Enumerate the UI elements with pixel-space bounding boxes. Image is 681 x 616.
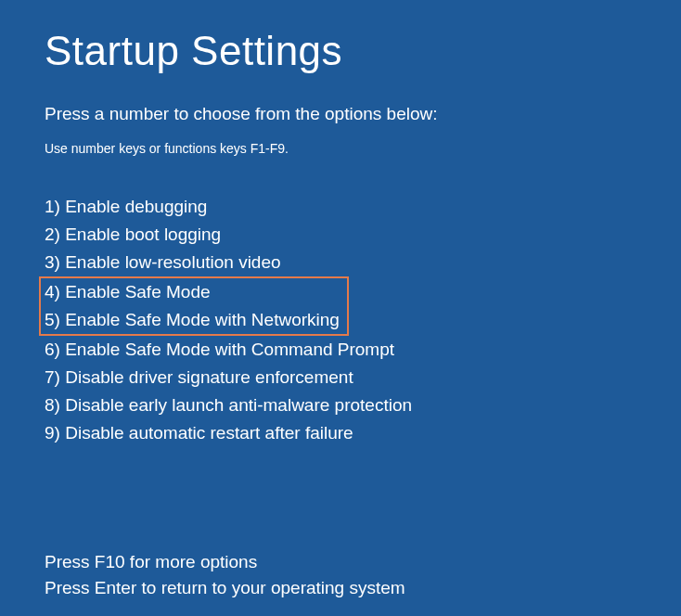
option-label: 5) Enable Safe Mode with Networking (45, 310, 340, 329)
option-6[interactable]: 6) Enable Safe Mode with Command Prompt (45, 336, 636, 364)
highlight-annotation: 4) Enable Safe Mode 5) Enable Safe Mode … (39, 276, 349, 336)
option-label: 2) Enable boot logging (45, 225, 221, 244)
option-label: 4) Enable Safe Mode (45, 282, 211, 302)
option-label: 3) Enable low-resolution video (45, 252, 281, 272)
options-list: 1) Enable debugging 2) Enable boot loggi… (45, 193, 636, 447)
option-1[interactable]: 1) Enable debugging (45, 193, 636, 221)
footer-more-options: Press F10 for more options (45, 549, 636, 575)
option-7[interactable]: 7) Disable driver signature enforcement (45, 364, 636, 391)
option-4[interactable]: 4) Enable Safe Mode (45, 278, 340, 306)
option-label: 8) Disable early launch anti-malware pro… (45, 395, 412, 415)
option-3[interactable]: 3) Enable low-resolution video (45, 249, 636, 276)
option-label: 7) Disable driver signature enforcement (45, 367, 353, 387)
page-title: Startup Settings (45, 28, 636, 74)
instruction-text: Press a number to choose from the option… (45, 104, 636, 124)
option-label: 6) Enable Safe Mode with Command Prompt (45, 340, 394, 359)
option-2[interactable]: 2) Enable boot logging (45, 221, 636, 249)
option-9[interactable]: 9) Disable automatic restart after failu… (45, 419, 636, 447)
option-8[interactable]: 8) Disable early launch anti-malware pro… (45, 391, 636, 419)
option-5[interactable]: 5) Enable Safe Mode with Networking (45, 306, 340, 334)
option-label: 1) Enable debugging (45, 197, 207, 216)
hint-text: Use number keys or functions keys F1-F9. (45, 141, 636, 156)
option-label: 9) Disable automatic restart after failu… (45, 423, 353, 443)
footer-return: Press Enter to return to your operating … (45, 575, 636, 601)
